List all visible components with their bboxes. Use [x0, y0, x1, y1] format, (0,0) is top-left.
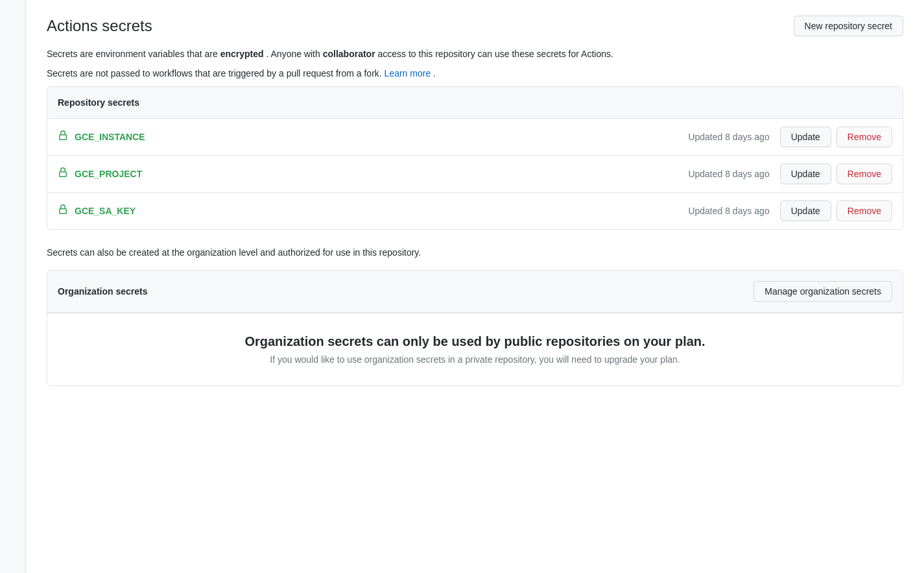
desc-encrypted: encrypted: [220, 49, 264, 59]
manage-organization-secrets-button[interactable]: Manage organization secrets: [753, 281, 892, 302]
secret-updated: Updated 8 days ago: [688, 206, 769, 216]
repository-secrets-section: Repository secrets GCE_INSTANCE Updated …: [47, 86, 903, 230]
org-empty-state: Organization secrets can only be used by…: [47, 313, 903, 385]
main-content: Actions secrets New repository secret Se…: [26, 0, 924, 573]
org-empty-desc: If you would like to use organization se…: [58, 354, 892, 365]
desc-prefix1: Secrets are environment variables that a…: [47, 49, 220, 59]
lock-icon: [58, 167, 68, 180]
page-header: Actions secrets New repository secret: [47, 16, 903, 36]
org-info-text: Secrets can also be created at the organ…: [47, 245, 903, 260]
org-secrets-title: Organization secrets: [58, 286, 148, 297]
secret-name: GCE_INSTANCE: [75, 132, 688, 142]
lock-icon: [58, 130, 68, 143]
secret-updated: Updated 8 days ago: [688, 132, 769, 142]
learn-more-link[interactable]: Learn more: [385, 68, 431, 79]
organization-secrets-section: Organization secrets Manage organization…: [47, 270, 903, 386]
secret-actions: Update Remove: [780, 164, 892, 184]
desc-middle1: . Anyone with: [267, 49, 323, 59]
secret-updated: Updated 8 days ago: [688, 169, 769, 179]
desc-collaborator: collaborator: [323, 49, 375, 59]
description-line2: Secrets are not passed to workflows that…: [47, 66, 903, 80]
secret-name: GCE_PROJECT: [75, 169, 688, 179]
sidebar: [0, 0, 26, 573]
remove-secret-button[interactable]: Remove: [836, 127, 892, 147]
update-secret-button[interactable]: Update: [780, 201, 831, 221]
update-secret-button[interactable]: Update: [780, 164, 831, 184]
new-repository-secret-button[interactable]: New repository secret: [794, 16, 903, 36]
table-row: GCE_INSTANCE Updated 8 days ago Update R…: [47, 119, 903, 156]
desc-suffix1: access to this repository can use these …: [377, 49, 613, 59]
org-empty-title: Organization secrets can only be used by…: [58, 334, 892, 349]
lock-icon: [58, 204, 68, 217]
table-row: GCE_PROJECT Updated 8 days ago Update Re…: [47, 156, 903, 193]
desc-suffix2: .: [433, 68, 436, 79]
description-line1: Secrets are environment variables that a…: [47, 47, 903, 61]
table-row: GCE_SA_KEY Updated 8 days ago Update Rem…: [47, 193, 903, 229]
secret-name: GCE_SA_KEY: [75, 206, 688, 216]
page-title: Actions secrets: [47, 17, 152, 35]
remove-secret-button[interactable]: Remove: [836, 201, 892, 221]
org-secrets-header: Organization secrets Manage organization…: [47, 271, 903, 313]
repo-secrets-title: Repository secrets: [58, 97, 139, 108]
desc-prefix2: Secrets are not passed to workflows that…: [47, 68, 385, 79]
repo-secrets-header: Repository secrets: [47, 87, 903, 119]
secret-actions: Update Remove: [780, 201, 892, 221]
secret-actions: Update Remove: [780, 127, 892, 147]
remove-secret-button[interactable]: Remove: [836, 164, 892, 184]
update-secret-button[interactable]: Update: [780, 127, 831, 147]
